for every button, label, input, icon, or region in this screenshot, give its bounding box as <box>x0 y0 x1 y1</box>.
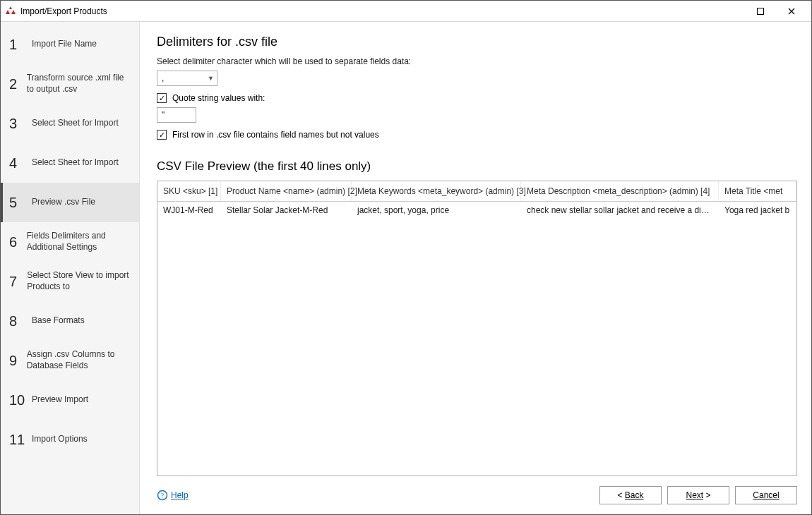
delimiter-label: Select delimiter character which will be… <box>157 56 797 66</box>
step-number: 4 <box>9 155 26 171</box>
step-select-store-view[interactable]: 7 Select Store View to import Products t… <box>1 262 139 301</box>
help-label: Help <box>171 490 189 500</box>
main-content: Delimiters for .csv file Select delimite… <box>140 22 811 514</box>
quote-char-input[interactable]: " <box>157 107 196 123</box>
column-header[interactable]: Meta Title <met <box>719 181 796 201</box>
step-number: 11 <box>9 432 26 448</box>
step-number: 10 <box>9 392 26 408</box>
step-label: Select Sheet for Import <box>32 157 119 169</box>
chevron-down-icon: ▼ <box>208 75 214 82</box>
step-label: Preview Import <box>32 394 88 406</box>
step-label: Import Options <box>32 434 88 445</box>
quote-label: Quote string values with: <box>172 93 265 103</box>
section-title-delimiters: Delimiters for .csv file <box>157 35 797 49</box>
window-title: Import/Export Products <box>20 6 107 16</box>
section-title-preview: CSV File Preview (the first 40 lines onl… <box>157 159 797 174</box>
app-icon <box>5 6 16 17</box>
step-preview-csv[interactable]: 5 Preview .csv File <box>1 183 139 222</box>
cell: check new stellar sollar jacket and rece… <box>521 202 719 219</box>
table-row[interactable]: WJ01-M-Red Stellar Solar Jacket-M-Red ja… <box>157 202 796 219</box>
cancel-label: Cancel <box>753 490 779 500</box>
cell: Stellar Solar Jacket-M-Red <box>221 202 352 219</box>
cell: WJ01-M-Red <box>157 202 221 219</box>
quote-checkbox[interactable]: ✓ <box>157 93 167 103</box>
step-label: Base Formats <box>32 315 85 327</box>
titlebar: Import/Export Products <box>1 1 811 22</box>
step-preview-import[interactable]: 10 Preview Import <box>1 380 139 420</box>
delimiter-select[interactable]: , ▼ <box>157 71 217 86</box>
back-button[interactable]: < Back <box>599 486 662 504</box>
close-button[interactable] <box>776 1 807 22</box>
step-number: 5 <box>9 195 26 211</box>
column-header[interactable]: SKU <sku> [1] <box>157 181 221 201</box>
svg-rect-0 <box>758 8 764 14</box>
next-label: Next > <box>686 490 710 500</box>
column-header[interactable]: Product Name <name> (admin) [2] <box>221 181 352 201</box>
cancel-button[interactable]: Cancel <box>735 486 797 504</box>
step-number: 9 <box>9 353 21 369</box>
step-number: 3 <box>9 116 26 132</box>
firstrow-label: First row in .csv file contains field na… <box>172 130 379 140</box>
step-label: Fields Delimiters and Additional Setting… <box>27 231 132 253</box>
cell: jacket, sport, yoga, price <box>352 202 521 219</box>
step-number: 7 <box>9 274 21 290</box>
step-assign-columns[interactable]: 9 Assign .csv Columns to Database Fields <box>1 341 139 380</box>
footer: ? Help < Back Next > Cancel <box>157 486 797 504</box>
delimiter-value: , <box>162 73 164 83</box>
step-import-options[interactable]: 11 Import Options <box>1 420 139 459</box>
csv-preview-grid: SKU <sku> [1] Product Name <name> (admin… <box>157 181 797 476</box>
back-label: < Back <box>617 490 643 500</box>
column-header[interactable]: Meta Description <meta_description> (adm… <box>521 181 719 201</box>
step-number: 1 <box>9 37 26 53</box>
step-label: Transform source .xml file to output .cs… <box>27 73 132 95</box>
step-import-file-name[interactable]: 1 Import File Name <box>1 25 139 64</box>
firstrow-checkbox[interactable]: ✓ <box>157 130 167 140</box>
wizard-steps-sidebar: 1 Import File Name 2 Transform source .x… <box>1 22 140 514</box>
step-transform-xml[interactable]: 2 Transform source .xml file to output .… <box>1 64 139 104</box>
step-number: 8 <box>9 313 26 329</box>
step-label: Select Store View to import Products to <box>27 270 132 292</box>
step-number: 6 <box>9 234 21 250</box>
maximize-button[interactable] <box>745 1 776 22</box>
column-header[interactable]: Meta Keywords <meta_keyword> (admin) [3] <box>352 181 521 201</box>
next-button[interactable]: Next > <box>667 486 729 504</box>
svg-text:?: ? <box>161 492 165 499</box>
step-label: Preview .csv File <box>32 197 95 208</box>
step-field-delimiters[interactable]: 6 Fields Delimiters and Additional Setti… <box>1 222 139 262</box>
grid-header: SKU <sku> [1] Product Name <name> (admin… <box>157 181 796 202</box>
step-select-sheet-1[interactable]: 3 Select Sheet for Import <box>1 104 139 143</box>
step-number: 2 <box>9 76 21 92</box>
step-label: Assign .csv Columns to Database Fields <box>27 349 132 371</box>
cell: Yoga red jacket b <box>719 202 796 219</box>
help-link[interactable]: ? Help <box>157 490 189 501</box>
step-base-formats[interactable]: 8 Base Formats <box>1 301 139 341</box>
quote-char-value: " <box>162 110 165 120</box>
step-select-sheet-2[interactable]: 4 Select Sheet for Import <box>1 143 139 183</box>
help-icon: ? <box>157 490 168 501</box>
step-label: Select Sheet for Import <box>32 118 119 129</box>
step-label: Import File Name <box>32 39 97 50</box>
